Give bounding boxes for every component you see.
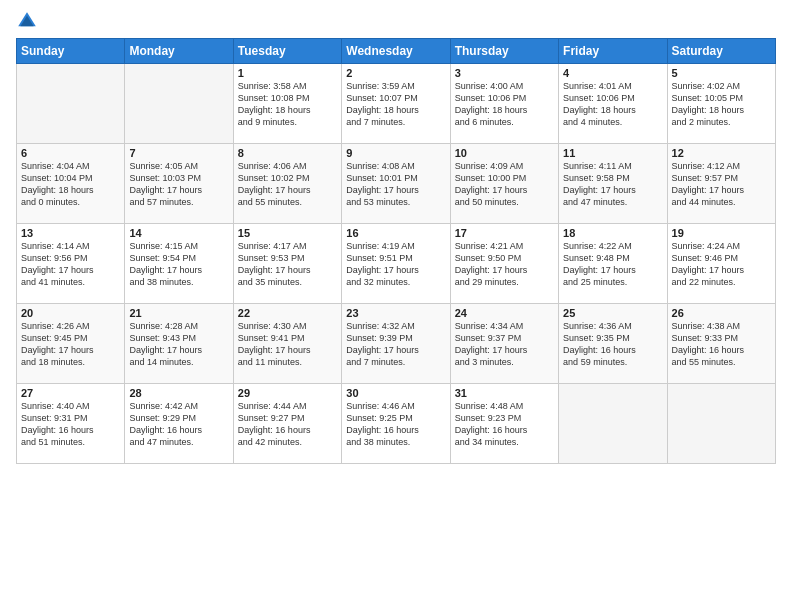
day-number: 20 xyxy=(21,307,120,319)
col-header-monday: Monday xyxy=(125,39,233,64)
day-info: Sunrise: 4:30 AM Sunset: 9:41 PM Dayligh… xyxy=(238,320,337,369)
day-info: Sunrise: 4:22 AM Sunset: 9:48 PM Dayligh… xyxy=(563,240,662,289)
day-cell: 23Sunrise: 4:32 AM Sunset: 9:39 PM Dayli… xyxy=(342,304,450,384)
day-cell: 16Sunrise: 4:19 AM Sunset: 9:51 PM Dayli… xyxy=(342,224,450,304)
week-row-3: 20Sunrise: 4:26 AM Sunset: 9:45 PM Dayli… xyxy=(17,304,776,384)
day-info: Sunrise: 4:00 AM Sunset: 10:06 PM Daylig… xyxy=(455,80,554,129)
day-number: 27 xyxy=(21,387,120,399)
day-number: 29 xyxy=(238,387,337,399)
day-cell: 22Sunrise: 4:30 AM Sunset: 9:41 PM Dayli… xyxy=(233,304,341,384)
day-info: Sunrise: 4:40 AM Sunset: 9:31 PM Dayligh… xyxy=(21,400,120,449)
day-cell: 3Sunrise: 4:00 AM Sunset: 10:06 PM Dayli… xyxy=(450,64,558,144)
calendar-body: 1Sunrise: 3:58 AM Sunset: 10:08 PM Dayli… xyxy=(17,64,776,464)
day-info: Sunrise: 4:17 AM Sunset: 9:53 PM Dayligh… xyxy=(238,240,337,289)
calendar-table: SundayMondayTuesdayWednesdayThursdayFrid… xyxy=(16,38,776,464)
day-cell: 5Sunrise: 4:02 AM Sunset: 10:05 PM Dayli… xyxy=(667,64,775,144)
week-row-4: 27Sunrise: 4:40 AM Sunset: 9:31 PM Dayli… xyxy=(17,384,776,464)
day-info: Sunrise: 4:44 AM Sunset: 9:27 PM Dayligh… xyxy=(238,400,337,449)
day-info: Sunrise: 4:48 AM Sunset: 9:23 PM Dayligh… xyxy=(455,400,554,449)
col-header-thursday: Thursday xyxy=(450,39,558,64)
day-cell xyxy=(17,64,125,144)
day-number: 22 xyxy=(238,307,337,319)
day-number: 19 xyxy=(672,227,771,239)
day-info: Sunrise: 4:38 AM Sunset: 9:33 PM Dayligh… xyxy=(672,320,771,369)
day-cell: 1Sunrise: 3:58 AM Sunset: 10:08 PM Dayli… xyxy=(233,64,341,144)
day-info: Sunrise: 4:06 AM Sunset: 10:02 PM Daylig… xyxy=(238,160,337,209)
day-info: Sunrise: 4:21 AM Sunset: 9:50 PM Dayligh… xyxy=(455,240,554,289)
day-info: Sunrise: 4:36 AM Sunset: 9:35 PM Dayligh… xyxy=(563,320,662,369)
day-info: Sunrise: 4:15 AM Sunset: 9:54 PM Dayligh… xyxy=(129,240,228,289)
day-cell xyxy=(559,384,667,464)
day-number: 11 xyxy=(563,147,662,159)
day-cell: 27Sunrise: 4:40 AM Sunset: 9:31 PM Dayli… xyxy=(17,384,125,464)
day-number: 7 xyxy=(129,147,228,159)
day-cell: 20Sunrise: 4:26 AM Sunset: 9:45 PM Dayli… xyxy=(17,304,125,384)
day-cell: 4Sunrise: 4:01 AM Sunset: 10:06 PM Dayli… xyxy=(559,64,667,144)
day-cell: 30Sunrise: 4:46 AM Sunset: 9:25 PM Dayli… xyxy=(342,384,450,464)
day-info: Sunrise: 3:58 AM Sunset: 10:08 PM Daylig… xyxy=(238,80,337,129)
day-number: 4 xyxy=(563,67,662,79)
day-number: 24 xyxy=(455,307,554,319)
day-cell: 6Sunrise: 4:04 AM Sunset: 10:04 PM Dayli… xyxy=(17,144,125,224)
calendar-header: SundayMondayTuesdayWednesdayThursdayFrid… xyxy=(17,39,776,64)
day-number: 15 xyxy=(238,227,337,239)
day-info: Sunrise: 4:01 AM Sunset: 10:06 PM Daylig… xyxy=(563,80,662,129)
day-cell: 17Sunrise: 4:21 AM Sunset: 9:50 PM Dayli… xyxy=(450,224,558,304)
day-number: 1 xyxy=(238,67,337,79)
col-header-saturday: Saturday xyxy=(667,39,775,64)
day-info: Sunrise: 4:32 AM Sunset: 9:39 PM Dayligh… xyxy=(346,320,445,369)
day-number: 12 xyxy=(672,147,771,159)
day-number: 8 xyxy=(238,147,337,159)
day-cell: 31Sunrise: 4:48 AM Sunset: 9:23 PM Dayli… xyxy=(450,384,558,464)
day-cell: 9Sunrise: 4:08 AM Sunset: 10:01 PM Dayli… xyxy=(342,144,450,224)
day-cell: 15Sunrise: 4:17 AM Sunset: 9:53 PM Dayli… xyxy=(233,224,341,304)
day-cell: 13Sunrise: 4:14 AM Sunset: 9:56 PM Dayli… xyxy=(17,224,125,304)
logo xyxy=(16,10,42,32)
day-cell: 11Sunrise: 4:11 AM Sunset: 9:58 PM Dayli… xyxy=(559,144,667,224)
col-header-friday: Friday xyxy=(559,39,667,64)
day-cell: 12Sunrise: 4:12 AM Sunset: 9:57 PM Dayli… xyxy=(667,144,775,224)
day-number: 2 xyxy=(346,67,445,79)
day-cell: 26Sunrise: 4:38 AM Sunset: 9:33 PM Dayli… xyxy=(667,304,775,384)
day-number: 13 xyxy=(21,227,120,239)
col-header-wednesday: Wednesday xyxy=(342,39,450,64)
day-number: 9 xyxy=(346,147,445,159)
week-row-1: 6Sunrise: 4:04 AM Sunset: 10:04 PM Dayli… xyxy=(17,144,776,224)
day-info: Sunrise: 4:11 AM Sunset: 9:58 PM Dayligh… xyxy=(563,160,662,209)
day-number: 31 xyxy=(455,387,554,399)
page: SundayMondayTuesdayWednesdayThursdayFrid… xyxy=(0,0,792,612)
day-info: Sunrise: 4:34 AM Sunset: 9:37 PM Dayligh… xyxy=(455,320,554,369)
day-cell: 25Sunrise: 4:36 AM Sunset: 9:35 PM Dayli… xyxy=(559,304,667,384)
day-info: Sunrise: 4:12 AM Sunset: 9:57 PM Dayligh… xyxy=(672,160,771,209)
day-cell: 24Sunrise: 4:34 AM Sunset: 9:37 PM Dayli… xyxy=(450,304,558,384)
col-header-sunday: Sunday xyxy=(17,39,125,64)
day-cell: 8Sunrise: 4:06 AM Sunset: 10:02 PM Dayli… xyxy=(233,144,341,224)
day-info: Sunrise: 4:08 AM Sunset: 10:01 PM Daylig… xyxy=(346,160,445,209)
day-info: Sunrise: 4:04 AM Sunset: 10:04 PM Daylig… xyxy=(21,160,120,209)
day-info: Sunrise: 4:26 AM Sunset: 9:45 PM Dayligh… xyxy=(21,320,120,369)
day-number: 10 xyxy=(455,147,554,159)
day-cell: 29Sunrise: 4:44 AM Sunset: 9:27 PM Dayli… xyxy=(233,384,341,464)
day-number: 23 xyxy=(346,307,445,319)
day-info: Sunrise: 4:42 AM Sunset: 9:29 PM Dayligh… xyxy=(129,400,228,449)
day-info: Sunrise: 4:46 AM Sunset: 9:25 PM Dayligh… xyxy=(346,400,445,449)
day-number: 3 xyxy=(455,67,554,79)
day-number: 28 xyxy=(129,387,228,399)
day-info: Sunrise: 4:28 AM Sunset: 9:43 PM Dayligh… xyxy=(129,320,228,369)
day-info: Sunrise: 4:02 AM Sunset: 10:05 PM Daylig… xyxy=(672,80,771,129)
header xyxy=(16,10,776,32)
day-number: 21 xyxy=(129,307,228,319)
day-info: Sunrise: 4:19 AM Sunset: 9:51 PM Dayligh… xyxy=(346,240,445,289)
day-number: 26 xyxy=(672,307,771,319)
logo-icon xyxy=(16,10,38,32)
day-cell: 19Sunrise: 4:24 AM Sunset: 9:46 PM Dayli… xyxy=(667,224,775,304)
day-info: Sunrise: 3:59 AM Sunset: 10:07 PM Daylig… xyxy=(346,80,445,129)
week-row-2: 13Sunrise: 4:14 AM Sunset: 9:56 PM Dayli… xyxy=(17,224,776,304)
day-number: 14 xyxy=(129,227,228,239)
day-number: 30 xyxy=(346,387,445,399)
day-cell: 28Sunrise: 4:42 AM Sunset: 9:29 PM Dayli… xyxy=(125,384,233,464)
header-row: SundayMondayTuesdayWednesdayThursdayFrid… xyxy=(17,39,776,64)
day-cell: 18Sunrise: 4:22 AM Sunset: 9:48 PM Dayli… xyxy=(559,224,667,304)
week-row-0: 1Sunrise: 3:58 AM Sunset: 10:08 PM Dayli… xyxy=(17,64,776,144)
day-cell xyxy=(125,64,233,144)
